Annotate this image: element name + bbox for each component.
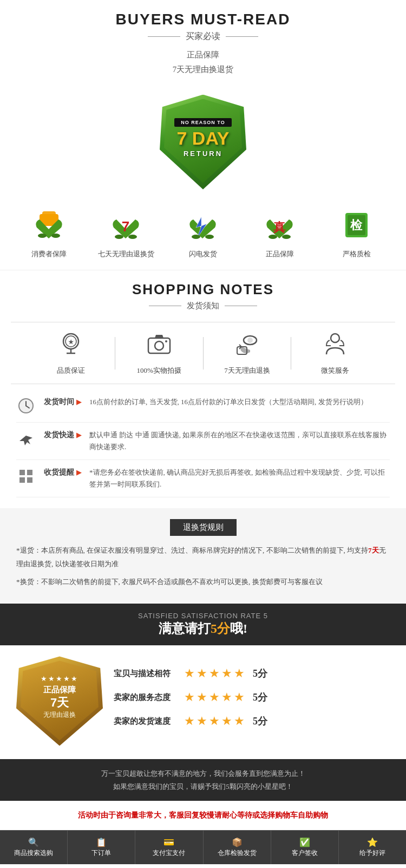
shopping-notes-section: SHOPPING NOTES 发货须知 [0, 270, 406, 322]
review-nav-icon: ⭐ [367, 837, 378, 847]
return-icon [234, 331, 260, 361]
shopping-divider: 发货须知 [0, 301, 406, 311]
quality-icon: 检 [338, 207, 376, 245]
service-icon [322, 331, 348, 361]
rating-score-2: 5分 [253, 715, 267, 728]
activity-text: 活动时由于咨询量非常大，客服回复较慢请耐心等待或选择购物车自助购物 [11, 809, 395, 822]
svg-rect-21 [148, 338, 170, 353]
svg-point-22 [155, 341, 163, 350]
express-arrow-icon: ▶ [76, 431, 81, 439]
return-text-1: *退货：本店所有商品, 在保证衣服没有明显穿过、洗过、商标吊牌完好的情况下, 不… [16, 544, 390, 571]
stars-2: ★ ★ ★ ★ ★ [184, 714, 245, 728]
icon-genuine-label: 正品保障 [266, 249, 294, 259]
svg-rect-32 [27, 470, 32, 475]
svg-point-11 [269, 235, 277, 239]
icon-consumer: 消费者保障 [15, 207, 84, 259]
shield-return-text: RETURN [184, 150, 222, 158]
icons-row: 消费者保障 7 七天无理由退换货 闪电发货 [0, 202, 406, 270]
svg-rect-34 [27, 477, 32, 483]
svg-point-6 [128, 235, 137, 239]
feature-photo-label: 100%实物拍摄 [136, 366, 181, 375]
sign-nav-icon: ✅ [299, 837, 310, 847]
rating-section: ★★★★★ 正品保障 7天 无理由退换 宝贝与描述相符 ★ ★ ★ ★ ★ 5分… [0, 645, 406, 759]
info-row-time: 发货时间 ▶ 16点前付款的订单, 当天发货, 16点后付款的订单次日发货（大型… [16, 390, 390, 423]
nav-item-sign[interactable]: ✅ 客户签收 [271, 831, 339, 864]
consumer-icon [30, 207, 68, 245]
info-row-express: 发货快递 ▶ 默认申通 韵达 中通 圆通快递, 如果亲所在的地区不在快递收送范围… [16, 423, 390, 460]
bottom-message-section: 万一宝贝超敢让您有不满意的地方，我们会服务直到您满意为止！ 如果您满意我们的宝贝… [0, 759, 406, 801]
plane-icon [16, 429, 36, 449]
svg-text:★: ★ [68, 339, 74, 345]
badge-days: 7天 [50, 697, 69, 709]
svg-point-12 [282, 235, 291, 239]
badge-text2: 无理由退换 [43, 710, 76, 720]
pay-nav-icon: 💳 [163, 837, 174, 847]
stars-0: ★ ★ ★ ★ ★ [184, 666, 245, 681]
rating-row-1: 卖家的服务态度 ★ ★ ★ ★ ★ 5分 [114, 690, 390, 704]
activity-notice-section: 活动时由于咨询量非常大，客服回复较慢请耐心等待或选择购物车自助购物 [0, 801, 406, 830]
return-title-wrapper: 退换货规则 [16, 519, 390, 536]
star-icon: ★ [221, 714, 232, 728]
lightning-icon [184, 207, 222, 245]
icon-quality-label: 严格质检 [343, 249, 371, 259]
svg-text:真: 真 [273, 221, 286, 234]
receipt-label: 收货提醒 ▶ [44, 467, 81, 477]
star-icon: ★ [184, 666, 195, 681]
seven-day-icon: 7 [107, 207, 145, 245]
star-icon: ★ [234, 714, 245, 728]
svg-point-3 [51, 234, 60, 238]
shield-badge: NO REASON TO 7 DAY RETURN [160, 93, 246, 191]
shopping-en-title: SHOPPING NOTES [0, 281, 406, 298]
feature-quality-label: 品质保证 [57, 366, 85, 375]
clock-icon [16, 396, 36, 416]
rating-label-2: 卖家的发货速度 [114, 716, 179, 727]
nav-item-review[interactable]: ⭐ 给予好评 [339, 831, 406, 864]
nav-item-order[interactable]: 📋 下订单 [68, 831, 135, 864]
subtitle-line1: 正品保障 [0, 48, 406, 62]
info-section: 发货时间 ▶ 16点前付款的订单, 当天发货, 16点后付款的订单次日发货（大型… [0, 384, 406, 503]
search-nav-icon: 🔍 [28, 837, 39, 847]
nav-item-search[interactable]: 🔍 商品搜索选购 [0, 831, 68, 864]
ratings-list: 宝贝与描述相符 ★ ★ ★ ★ ★ 5分 卖家的服务态度 ★ ★ ★ ★ ★ 5… [114, 666, 390, 738]
bottom-msg-line1: 万一宝贝超敢让您有不满意的地方，我们会服务直到您满意为止！ [16, 767, 390, 780]
svg-point-25 [247, 338, 253, 343]
star-icon: ★ [221, 666, 232, 681]
feature-return-label: 7天无理由退换 [224, 366, 270, 375]
star-icon: ★ [197, 666, 207, 681]
buyers-en-title: BUYERS MUST-READ [0, 11, 406, 28]
features-row: ★ 品质保证 100%实物拍摄 7天无理由退换 [11, 322, 395, 384]
receipt-arrow-icon: ▶ [76, 469, 81, 477]
shopping-cn-title: 发货须知 [187, 301, 219, 311]
icon-lightning: 闪电发货 [168, 207, 238, 259]
svg-point-5 [115, 235, 123, 239]
shield-top-text: NO REASON TO [174, 118, 231, 127]
return-title-bar: 退换货规则 [170, 519, 237, 536]
nav-label-order: 下订单 [91, 848, 111, 858]
grid-icon [16, 467, 36, 486]
star-icon: ★ [234, 666, 245, 681]
badge-text1: 正品保障 [43, 685, 76, 695]
star-icon: ★ [184, 714, 195, 728]
svg-point-27 [331, 334, 339, 342]
star-icon: ★ [197, 690, 207, 704]
svg-point-23 [165, 340, 167, 342]
svg-point-2 [38, 234, 47, 238]
satisfied-cn-text: 满意请打5分哦! [11, 620, 395, 637]
rating-score-1: 5分 [253, 691, 267, 704]
receipt-content: *请您务必在签收快递前, 确认商品完好无损后再签收, 如检验商品过程中发现缺货、… [89, 467, 390, 490]
time-arrow-icon: ▶ [76, 398, 81, 406]
star-icon: ★ [184, 690, 195, 704]
svg-point-8 [192, 235, 200, 239]
svg-text:7: 7 [122, 218, 129, 235]
shield-day-text: 7 DAY [176, 129, 229, 147]
header-divider: 买家必读 [0, 31, 406, 42]
star-icon: ★ [197, 714, 207, 728]
nav-item-warehouse[interactable]: 📦 仓库检验发货 [204, 831, 271, 864]
nav-item-pay[interactable]: 💳 支付宝支付 [135, 831, 203, 864]
icon-quality: 检 严格质检 [322, 207, 391, 259]
shield-container: NO REASON TO 7 DAY RETURN [0, 88, 406, 202]
feature-service-label: 微笑服务 [321, 366, 349, 375]
nav-label-pay: 支付宝支付 [153, 848, 185, 858]
feature-return: 7天无理由退换 [204, 331, 291, 375]
bottom-msg-line2: 如果您满意我们的宝贝，请赐予我们5颗闪亮的小星星吧！ [16, 780, 390, 793]
